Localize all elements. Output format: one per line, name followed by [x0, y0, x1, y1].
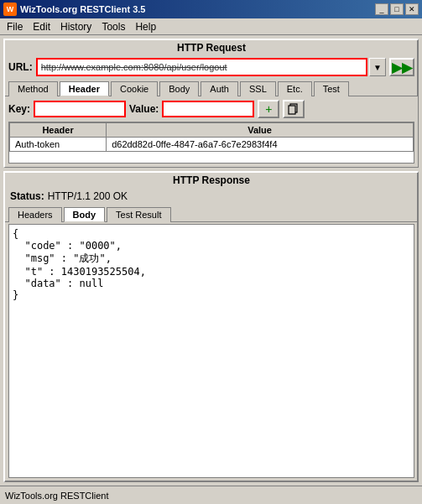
header-tab-content: Key: Value: + Header — [5, 96, 418, 167]
menu-edit[interactable]: Edit — [28, 19, 55, 34]
tab-method[interactable]: Method — [8, 81, 58, 96]
response-title: HTTP Response — [5, 173, 418, 188]
menu-history[interactable]: History — [55, 19, 96, 34]
url-row: URL: ▼ ▶▶ — [5, 55, 418, 79]
value-label: Value: — [129, 103, 159, 115]
menu-bar: File Edit History Tools Help — [0, 18, 422, 35]
url-input[interactable] — [36, 58, 367, 76]
status-label: Status: — [10, 190, 44, 202]
main-content: HTTP Request URL: ▼ ▶▶ Method Header Coo… — [0, 35, 422, 486]
value-input[interactable] — [162, 101, 254, 117]
key-value-row: Key: Value: + — [8, 100, 414, 118]
status-bar: WizTools.org RESTClient — [0, 486, 422, 504]
tab-test[interactable]: Test — [314, 81, 349, 96]
url-label: URL: — [8, 61, 33, 73]
tab-test-result[interactable]: Test Result — [107, 207, 170, 222]
header-table-container: Header Value Auth-token d62dd82d-0ffe-48… — [8, 122, 414, 164]
url-go-button[interactable]: ▶▶ — [389, 58, 414, 76]
app-icon: W — [3, 3, 17, 16]
title-bar-left: W WizTools.org RESTClient 3.5 — [3, 3, 145, 16]
svg-rect-1 — [289, 106, 295, 114]
header-name-cell: Auth-token — [10, 138, 107, 152]
url-dropdown-button[interactable]: ▼ — [369, 58, 386, 76]
key-label: Key: — [8, 103, 30, 115]
close-button[interactable]: ✕ — [405, 3, 419, 15]
window-controls: _ □ ✕ — [375, 3, 419, 15]
tab-body[interactable]: Body — [159, 81, 199, 96]
request-panel: HTTP Request URL: ▼ ▶▶ Method Header Coo… — [3, 39, 419, 168]
tab-auth[interactable]: Auth — [201, 81, 238, 96]
status-row: Status: HTTP/1.1 200 OK — [5, 188, 418, 205]
copy-header-button[interactable] — [283, 100, 305, 118]
menu-tools[interactable]: Tools — [96, 19, 130, 34]
tab-etc[interactable]: Etc. — [278, 81, 312, 96]
table-row[interactable]: Auth-token d62dd82d-0ffe-4847-a6a7-6c7e2… — [10, 138, 414, 152]
url-input-wrapper: ▼ — [36, 58, 386, 76]
tab-ssl[interactable]: SSL — [240, 81, 276, 96]
menu-file[interactable]: File — [2, 19, 28, 34]
tab-header[interactable]: Header — [60, 81, 109, 96]
title-bar: W WizTools.org RESTClient 3.5 _ □ ✕ — [0, 0, 422, 18]
copy-icon — [288, 103, 300, 115]
col-header-label: Header — [10, 123, 107, 138]
tab-response-headers[interactable]: Headers — [8, 207, 62, 222]
go-icon: ▶▶ — [392, 60, 412, 75]
request-tabs: Method Header Cookie Body Auth SSL Etc. … — [5, 79, 418, 96]
col-value-label: Value — [107, 123, 414, 138]
app-title: WizTools.org RESTClient 3.5 — [20, 4, 145, 14]
status-value: HTTP/1.1 200 OK — [48, 190, 128, 202]
response-tabs: Headers Body Test Result — [5, 205, 418, 222]
request-title: HTTP Request — [5, 40, 418, 55]
header-table: Header Value Auth-token d62dd82d-0ffe-48… — [9, 122, 414, 152]
response-panel: HTTP Response Status: HTTP/1.1 200 OK He… — [3, 171, 419, 482]
status-bar-text: WizTools.org RESTClient — [5, 491, 108, 501]
add-header-button[interactable]: + — [258, 100, 279, 118]
maximize-button[interactable]: □ — [390, 3, 404, 15]
header-value-cell: d62dd82d-0ffe-4847-a6a7-6c7e2983f4f4 — [107, 138, 414, 152]
menu-help[interactable]: Help — [130, 19, 161, 34]
tab-response-body[interactable]: Body — [64, 207, 106, 222]
tab-cookie[interactable]: Cookie — [111, 81, 158, 96]
key-input[interactable] — [34, 101, 126, 117]
response-body-content: { "code" : "0000", "msg" : "成功", "t" : 1… — [8, 224, 414, 478]
minimize-button[interactable]: _ — [375, 3, 388, 15]
